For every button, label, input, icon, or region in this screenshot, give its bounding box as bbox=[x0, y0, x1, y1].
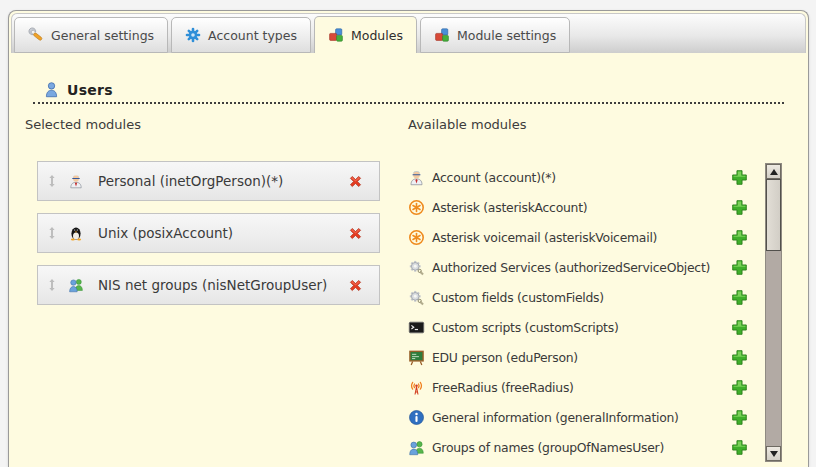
tab-account-types[interactable]: Account types bbox=[171, 17, 311, 53]
available-module-row: Authorized Services (authorizedServiceOb… bbox=[408, 252, 748, 282]
available-modules-scrollbar[interactable] bbox=[765, 163, 782, 462]
module-label: General information (generalInformation) bbox=[432, 410, 679, 425]
modules-icon bbox=[328, 27, 344, 43]
services-icon bbox=[408, 259, 425, 276]
users-section-header: Users bbox=[33, 81, 784, 104]
add-module-button[interactable] bbox=[731, 289, 748, 306]
selected-module-row[interactable]: Personal (inetOrgPerson)(*) bbox=[37, 161, 380, 201]
module-label: Asterisk (asteriskAccount) bbox=[432, 200, 587, 215]
selected-modules-label: Selected modules bbox=[25, 117, 141, 132]
remove-module-button[interactable] bbox=[347, 277, 364, 294]
person-icon bbox=[68, 173, 84, 189]
available-modules-label: Available modules bbox=[408, 117, 526, 132]
modules-icon bbox=[434, 27, 450, 43]
add-module-button[interactable] bbox=[731, 379, 748, 396]
services-icon bbox=[408, 289, 425, 306]
tab-label: Modules bbox=[351, 28, 403, 43]
users-heading-icon bbox=[43, 81, 60, 98]
drag-handle-icon[interactable] bbox=[47, 174, 57, 188]
module-label: Asterisk voicemail (asteriskVoicemail) bbox=[432, 230, 657, 245]
selected-module-row[interactable]: NIS net groups (nisNetGroupUser) bbox=[37, 265, 380, 305]
blackboard-icon bbox=[408, 349, 425, 366]
remove-module-button[interactable] bbox=[347, 173, 364, 190]
add-module-button[interactable] bbox=[731, 199, 748, 216]
wrench-icon bbox=[28, 27, 44, 43]
scrollbar-up-button[interactable] bbox=[766, 164, 781, 179]
tab-label: General settings bbox=[51, 28, 154, 43]
selected-modules-list: Personal (inetOrgPerson)(*)Unix (posixAc… bbox=[37, 161, 380, 317]
add-module-button[interactable] bbox=[731, 319, 748, 336]
available-modules-list: Account (account)(*)Asterisk (asteriskAc… bbox=[408, 162, 748, 462]
drag-handle-icon[interactable] bbox=[47, 226, 57, 240]
tab-general-settings[interactable]: General settings bbox=[14, 17, 168, 53]
available-module-row: Custom scripts (customScripts) bbox=[408, 312, 748, 342]
scrollbar-down-button[interactable] bbox=[766, 446, 781, 461]
add-module-button[interactable] bbox=[731, 259, 748, 276]
module-label: NIS net groups (nisNetGroupUser) bbox=[98, 277, 327, 293]
module-label: FreeRadius (freeRadius) bbox=[432, 380, 574, 395]
asterisk-icon bbox=[408, 229, 425, 246]
up-arrow-icon bbox=[770, 169, 778, 175]
antenna-icon bbox=[408, 379, 425, 396]
remove-module-button[interactable] bbox=[347, 225, 364, 242]
config-window: General settingsAccount typesModulesModu… bbox=[8, 10, 809, 467]
asterisk-icon bbox=[408, 199, 425, 216]
tab-strip: General settingsAccount typesModulesModu… bbox=[11, 13, 806, 53]
module-label: Custom fields (customFields) bbox=[432, 290, 604, 305]
tab-bar: General settingsAccount typesModulesModu… bbox=[14, 16, 573, 53]
module-label: Account (account)(*) bbox=[432, 170, 556, 185]
available-module-row: EDU person (eduPerson) bbox=[408, 342, 748, 372]
person-icon bbox=[408, 169, 425, 186]
add-module-button[interactable] bbox=[731, 169, 748, 186]
drag-handle-icon[interactable] bbox=[47, 278, 57, 292]
module-label: EDU person (eduPerson) bbox=[432, 350, 578, 365]
tab-modules[interactable]: Modules bbox=[314, 16, 417, 53]
available-module-row: FreeRadius (freeRadius) bbox=[408, 372, 748, 402]
section-title: Users bbox=[67, 82, 113, 98]
tab-label: Module settings bbox=[457, 28, 556, 43]
add-module-button[interactable] bbox=[731, 349, 748, 366]
tab-label: Account types bbox=[208, 28, 297, 43]
module-label: Personal (inetOrgPerson)(*) bbox=[98, 173, 283, 189]
add-module-button[interactable] bbox=[731, 229, 748, 246]
down-arrow-icon bbox=[770, 451, 778, 457]
module-label: Unix (posixAccount) bbox=[98, 225, 233, 241]
selected-module-row[interactable]: Unix (posixAccount) bbox=[37, 213, 380, 253]
tux-icon bbox=[68, 225, 84, 241]
module-label: Groups of names (groupOfNamesUser) bbox=[432, 440, 664, 455]
module-label: Custom scripts (customScripts) bbox=[432, 320, 619, 335]
available-module-row: Asterisk voicemail (asteriskVoicemail) bbox=[408, 222, 748, 252]
available-module-row: Asterisk (asteriskAccount) bbox=[408, 192, 748, 222]
scrollbar-thumb[interactable] bbox=[766, 179, 781, 251]
available-module-row: Groups of names (groupOfNamesUser) bbox=[408, 432, 748, 462]
group-icon bbox=[68, 277, 84, 293]
module-label: Authorized Services (authorizedServiceOb… bbox=[432, 260, 710, 275]
terminal-icon bbox=[408, 319, 425, 336]
available-module-row: Account (account)(*) bbox=[408, 162, 748, 192]
tab-module-settings[interactable]: Module settings bbox=[420, 17, 570, 53]
gear-icon bbox=[185, 27, 201, 43]
group-icon bbox=[408, 439, 425, 456]
available-module-row: General information (generalInformation) bbox=[408, 402, 748, 432]
add-module-button[interactable] bbox=[731, 409, 748, 426]
info-icon bbox=[408, 409, 425, 426]
add-module-button[interactable] bbox=[731, 439, 748, 456]
available-module-row: Custom fields (customFields) bbox=[408, 282, 748, 312]
